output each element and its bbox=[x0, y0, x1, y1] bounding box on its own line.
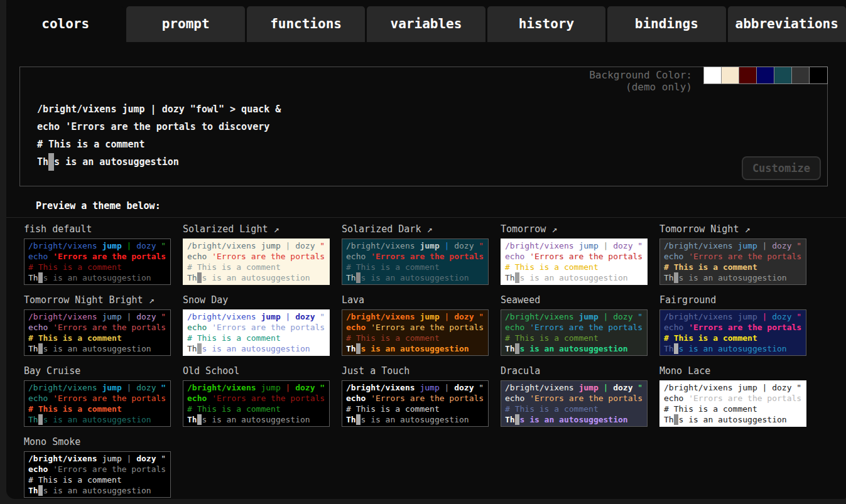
theme-title[interactable]: Tomorrow Night Bright ↗ bbox=[24, 294, 171, 306]
code-segment-echo: echo bbox=[28, 252, 53, 261]
background-swatch-row bbox=[703, 67, 828, 84]
theme-block: Just a Touch/bright/vixens jump | dozy "… bbox=[342, 365, 489, 427]
theme-title: Lava bbox=[342, 294, 489, 306]
background-swatch-2[interactable] bbox=[739, 67, 757, 83]
code-segment-autosuggestion: s is an autosuggestion bbox=[519, 415, 627, 424]
theme-card-line: echo 'Errors are the portals bbox=[346, 251, 488, 262]
code-segment-autosuggestion: s is an autosuggestion bbox=[361, 273, 469, 282]
code-segment-path: /bright/vixens bbox=[346, 312, 420, 321]
customize-button[interactable]: Customize bbox=[742, 156, 821, 180]
code-segment-autosuggestion: s is an autosuggestion bbox=[361, 344, 469, 353]
code-segment-normal: Th bbox=[664, 344, 674, 353]
theme-card-line: This is an autosuggestion bbox=[187, 414, 329, 425]
code-segment-jump: jump bbox=[737, 241, 762, 250]
code-segment-quote: " bbox=[796, 383, 801, 392]
theme-card-line: /bright/vixens jump | dozy " bbox=[28, 453, 170, 464]
theme-card[interactable]: /bright/vixens jump | dozy "echo 'Errors… bbox=[183, 309, 330, 356]
theme-card-line: echo 'Errors are the portals bbox=[505, 393, 647, 404]
tab-prompt[interactable]: prompt bbox=[126, 6, 244, 42]
code-segment-jump: jump bbox=[420, 383, 444, 392]
background-swatch-1[interactable] bbox=[722, 67, 739, 83]
code-segment-path: /bright/vixens bbox=[28, 312, 102, 321]
theme-card[interactable]: /bright/vixens jump | dozy "echo 'Errors… bbox=[501, 309, 648, 356]
code-segment-quote: " bbox=[320, 241, 325, 250]
theme-card[interactable]: /bright/vixens jump | dozy "echo 'Errors… bbox=[342, 309, 489, 356]
theme-block: Mono Lace/bright/vixens jump | dozy "ech… bbox=[659, 365, 806, 427]
theme-card[interactable]: /bright/vixens jump | dozy "echo 'Errors… bbox=[659, 380, 806, 427]
theme-card-line: # This is a comment bbox=[664, 333, 806, 343]
tab-history[interactable]: history bbox=[487, 6, 605, 42]
code-segment-sep: | bbox=[604, 241, 614, 250]
theme-card[interactable]: /bright/vixens jump | dozy "echo 'Errors… bbox=[183, 239, 330, 285]
code-segment-path: /bright/vixens bbox=[505, 241, 578, 250]
theme-card[interactable]: /bright/vixens jump | dozy "echo 'Errors… bbox=[501, 239, 648, 285]
background-swatch-6[interactable] bbox=[810, 67, 827, 83]
code-segment-normal: Th bbox=[664, 415, 674, 424]
code-segment-comment: # This is a comment bbox=[664, 262, 757, 272]
background-swatch-0[interactable] bbox=[704, 67, 722, 83]
tab-bindings[interactable]: bindings bbox=[607, 6, 725, 42]
code-segment-echo: echo bbox=[28, 394, 53, 403]
theme-card-line: /bright/vixens jump | dozy " bbox=[346, 240, 488, 251]
tab-variables[interactable]: variables bbox=[367, 6, 485, 42]
code-segment-error: 'Errors are the portals bbox=[371, 394, 484, 403]
theme-card-line: # This is a comment bbox=[187, 262, 329, 272]
theme-card-line: # This is a comment bbox=[346, 333, 488, 343]
theme-title[interactable]: Tomorrow Night ↗ bbox=[659, 223, 806, 235]
background-swatch-5[interactable] bbox=[792, 67, 810, 83]
code-segment-path: /bright/vixens bbox=[346, 241, 420, 250]
code-segment-echo: echo bbox=[187, 323, 212, 332]
theme-block: Seaweed/bright/vixens jump | dozy "echo … bbox=[501, 294, 648, 356]
code-segment-sep: | bbox=[286, 312, 296, 321]
theme-title[interactable]: Tomorrow ↗ bbox=[501, 223, 648, 235]
code-segment-normal: Th bbox=[187, 344, 197, 353]
code-segment-quote: " bbox=[479, 383, 484, 392]
theme-card-line: echo 'Errors are the portals bbox=[505, 322, 647, 333]
theme-card[interactable]: /bright/vixens jump | dozy "echo 'Errors… bbox=[501, 380, 648, 427]
code-segment-comment: # This is a comment bbox=[187, 333, 281, 343]
code-segment-error: 'Errors are the portals bbox=[212, 323, 325, 332]
background-swatch-3[interactable] bbox=[757, 67, 774, 83]
theme-card[interactable]: /bright/vixens jump | dozy "echo 'Errors… bbox=[659, 239, 806, 285]
tab-abbreviations[interactable]: abbreviations bbox=[728, 6, 846, 42]
theme-card-line: # This is a comment bbox=[187, 404, 329, 414]
theme-title: Mono Lace bbox=[659, 365, 806, 377]
theme-card[interactable]: /bright/vixens jump | dozy "echo 'Errors… bbox=[342, 239, 489, 285]
theme-block: Fairground/bright/vixens jump | dozy "ec… bbox=[659, 294, 806, 356]
code-segment-quote: " bbox=[796, 241, 801, 250]
tab-functions[interactable]: functions bbox=[247, 6, 365, 42]
code-segment-comment: # This is a comment bbox=[28, 475, 122, 485]
code-segment-sep: | bbox=[127, 383, 137, 392]
code-segment-normal: Th bbox=[187, 273, 197, 282]
theme-card-line: This is an autosuggestion bbox=[28, 343, 170, 354]
code-segment-quote: " bbox=[637, 312, 643, 321]
theme-card[interactable]: /bright/vixens jump | dozy "echo 'Errors… bbox=[24, 380, 171, 427]
code-segment-comment: # This is a comment bbox=[505, 262, 599, 272]
background-swatch-4[interactable] bbox=[774, 67, 792, 83]
tab-colors[interactable]: colors bbox=[6, 6, 124, 42]
code-segment-jump: jump bbox=[420, 312, 444, 321]
code-segment-cmd: dozy bbox=[613, 383, 637, 392]
theme-title[interactable]: Solarized Light ↗ bbox=[183, 223, 330, 235]
code-segment-comment: # This is a comment bbox=[28, 262, 122, 272]
theme-card[interactable]: /bright/vixens jump | dozy "echo 'Errors… bbox=[24, 239, 171, 285]
code-segment-jump: jump bbox=[102, 312, 126, 321]
theme-card-line: echo 'Errors are the portals bbox=[187, 322, 329, 333]
terminal-preview-text: /bright/vixens jump | dozy "fowl" > quac… bbox=[37, 100, 281, 171]
theme-card[interactable]: /bright/vixens jump | dozy "echo 'Errors… bbox=[342, 380, 489, 427]
color-preview-panel: Background Color: (demo only) /bright/vi… bbox=[19, 67, 828, 186]
theme-card[interactable]: /bright/vixens jump | dozy "echo 'Errors… bbox=[24, 309, 171, 356]
theme-block: Tomorrow Night ↗/bright/vixens jump | do… bbox=[659, 223, 806, 285]
theme-card[interactable]: /bright/vixens jump | dozy "echo 'Errors… bbox=[183, 380, 330, 427]
theme-card-line: echo 'Errors are the portals bbox=[505, 251, 647, 262]
theme-card[interactable]: /bright/vixens jump | dozy "echo 'Errors… bbox=[24, 451, 171, 498]
code-segment-jump: jump bbox=[420, 241, 444, 250]
theme-card-line: /bright/vixens jump | dozy " bbox=[28, 240, 170, 251]
theme-card[interactable]: /bright/vixens jump | dozy "echo 'Errors… bbox=[659, 309, 806, 356]
code-segment-normal: Th bbox=[505, 273, 515, 282]
code-segment-sep: | bbox=[762, 383, 773, 392]
theme-card-line: /bright/vixens jump | dozy " bbox=[187, 311, 329, 322]
theme-title[interactable]: Solarized Dark ↗ bbox=[342, 223, 489, 235]
themes-heading: Preview a theme below: bbox=[36, 200, 846, 212]
theme-card-line: /bright/vixens jump | dozy " bbox=[187, 382, 329, 393]
